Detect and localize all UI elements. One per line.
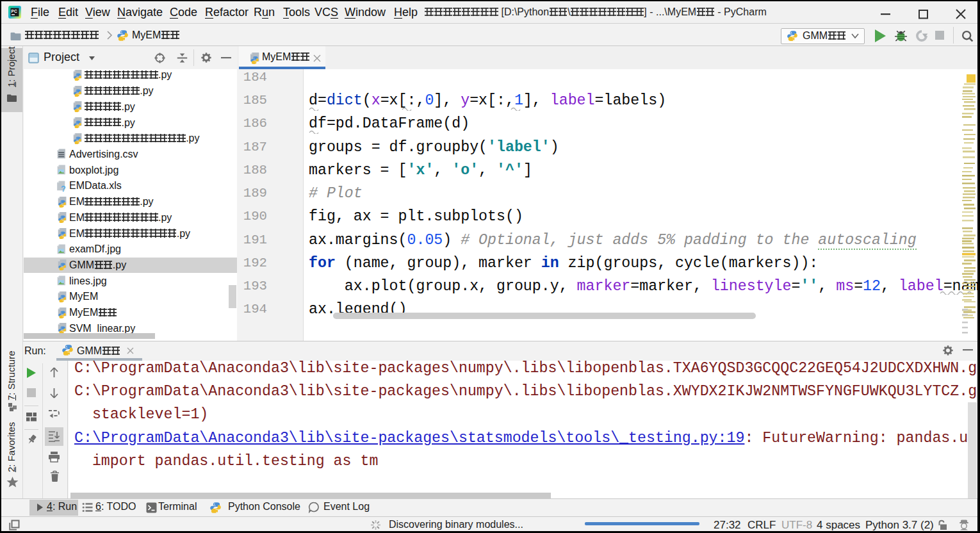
svg-text:PC: PC: [12, 9, 17, 13]
